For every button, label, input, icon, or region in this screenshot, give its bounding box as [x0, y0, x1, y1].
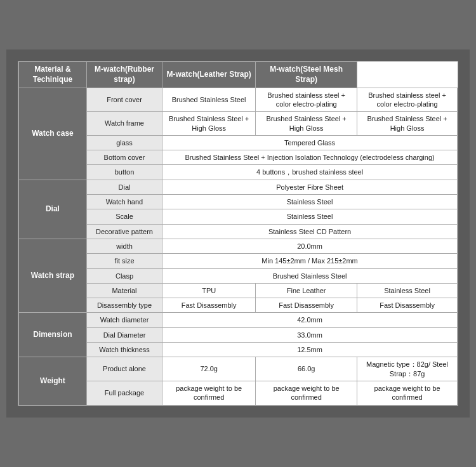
data-cell: Fast Disassembly — [162, 298, 256, 313]
data-cell: package weight to be confirmed — [256, 381, 357, 405]
sub-label: Watch thickness — [86, 343, 162, 357]
sub-label: button — [86, 165, 162, 180]
merged-data-cell: Stainless Steel — [162, 209, 458, 224]
data-cell: Brushed stainless steel + color electro-… — [256, 88, 357, 112]
merged-data-cell: Stainless Steel CD Pattern — [162, 224, 458, 239]
sub-label: width — [86, 239, 162, 253]
sub-label: Clasp — [86, 268, 162, 283]
header-steel-mesh: M-watch(Steel Mesh Strap) — [256, 62, 357, 88]
merged-data-cell: Brushed Stainless Steel — [162, 268, 458, 283]
data-cell: Fast Disassembly — [256, 298, 357, 313]
sub-label: Scale — [86, 209, 162, 224]
header-material: Material & Techinique — [19, 62, 87, 88]
data-cell: package weight to be confirmed — [357, 381, 458, 405]
sub-label: Full package — [86, 381, 162, 405]
data-cell: Brushed stainless steel + color electro-… — [357, 88, 458, 112]
page-wrapper: Material & Techinique M-watch(Rubber str… — [6, 49, 470, 417]
data-cell: Stainless Steel — [357, 283, 458, 298]
merged-data-cell: Stainless Steel — [162, 195, 458, 209]
section-label: Dimension — [19, 313, 87, 357]
section-label: Watch case — [19, 88, 87, 180]
merged-data-cell: Min 145±2mm / Max 215±2mm — [162, 254, 458, 268]
sub-label: Watch frame — [86, 112, 162, 136]
data-cell: Brushed Stainless Steel + High Gloss — [162, 112, 256, 136]
data-cell: Brushed Stainless Steel + High Gloss — [256, 112, 357, 136]
merged-data-cell: 42.0mm — [162, 313, 458, 327]
section-label: Weight — [19, 357, 87, 405]
data-cell: Magnetic type：82g/ Steel Strap：87g — [357, 357, 458, 381]
data-cell: Brushed Stainless Steel + High Gloss — [357, 112, 458, 136]
spec-table: Material & Techinique M-watch(Rubber str… — [18, 62, 458, 405]
sub-label: Watch hand — [86, 195, 162, 209]
data-cell: TPU — [162, 283, 256, 298]
merged-data-cell: 12.5mm — [162, 343, 458, 357]
data-cell: 72.0g — [162, 357, 256, 381]
data-cell: Brushed Stainless Steel — [162, 88, 256, 112]
merged-data-cell: Tempered Glass — [162, 135, 458, 150]
data-cell: package weight to be confirmed — [162, 381, 256, 405]
data-cell: 66.0g — [256, 357, 357, 381]
sub-label: Dial Diameter — [86, 327, 162, 342]
section-label: Watch strap — [19, 239, 87, 312]
sub-label: Product alone — [86, 357, 162, 381]
data-cell: Fast Disassembly — [357, 298, 458, 313]
merged-data-cell: 20.0mm — [162, 239, 458, 253]
header-leather: M-watch(Leather Strap) — [162, 62, 256, 88]
header-rubber: M-watch(Rubber strap) — [86, 62, 162, 88]
merged-data-cell: Polyester Fibre Sheet — [162, 180, 458, 194]
sub-label: Watch diameter — [86, 313, 162, 327]
sub-label: glass — [86, 135, 162, 150]
sub-label: Decorative pattern — [86, 224, 162, 239]
sub-label: Disassembly type — [86, 298, 162, 313]
sub-label: Dial — [86, 180, 162, 194]
sub-label: fit size — [86, 254, 162, 268]
table-container: Material & Techinique M-watch(Rubber str… — [18, 61, 458, 405]
sub-label: Bottom cover — [86, 150, 162, 165]
merged-data-cell: Brushed Stainless Steel + Injection Isol… — [162, 150, 458, 165]
merged-data-cell: 4 buttons，brushed stainless steel — [162, 165, 458, 180]
sub-label: Material — [86, 283, 162, 298]
merged-data-cell: 33.0mm — [162, 327, 458, 342]
section-label: Dial — [19, 180, 87, 239]
data-cell: Fine Leather — [256, 283, 357, 298]
sub-label: Front cover — [86, 88, 162, 112]
